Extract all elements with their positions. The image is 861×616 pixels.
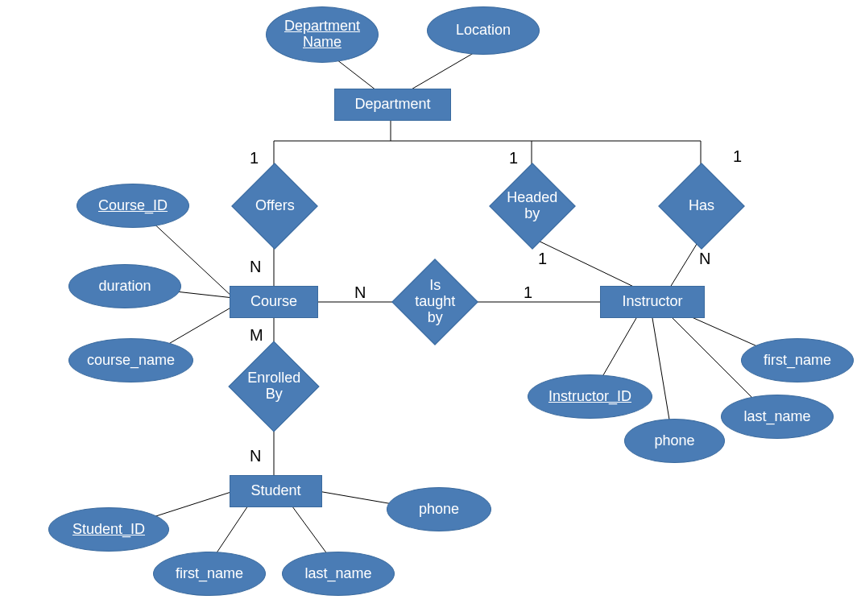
label: Course xyxy=(250,294,297,310)
attr-student-id: Student_ID xyxy=(48,507,169,552)
card-offers-bottom: N xyxy=(250,258,261,276)
label: duration xyxy=(98,279,151,295)
label: first_name xyxy=(176,566,243,582)
entity-student: Student xyxy=(230,475,322,507)
label: Student_ID xyxy=(72,522,145,538)
attr-student-first-name: first_name xyxy=(153,552,266,596)
label: phone xyxy=(419,502,459,518)
rel-is-taught-by: Is taught by xyxy=(391,258,478,345)
label: Student xyxy=(250,483,300,499)
attr-student-last-name: last_name xyxy=(282,552,395,596)
rel-has: Has xyxy=(658,163,744,249)
label: Department xyxy=(354,97,430,113)
label: Enrolled By xyxy=(247,370,300,403)
attr-instructor-last-name: last_name xyxy=(721,395,834,439)
card-headed-top: 1 xyxy=(509,149,518,167)
label: Location xyxy=(456,23,511,39)
card-has-top: 1 xyxy=(733,147,742,166)
attr-instructor-first-name: first_name xyxy=(741,338,854,382)
card-enrolled-bottom: N xyxy=(250,447,261,465)
label: Is taught by xyxy=(412,278,458,325)
attr-student-phone: phone xyxy=(387,487,491,531)
rel-offers: Offers xyxy=(231,163,317,249)
label: Headed by xyxy=(507,190,557,222)
entity-department: Department xyxy=(334,89,451,121)
label: Has xyxy=(689,198,714,214)
card-has-bottom: N xyxy=(699,250,710,268)
label: last_name xyxy=(743,409,810,425)
attr-department-name: Department Name xyxy=(266,6,379,63)
label: Instructor_ID xyxy=(548,389,631,405)
svg-line-13 xyxy=(532,238,640,290)
entity-instructor: Instructor xyxy=(600,286,705,318)
label: first_name xyxy=(764,353,831,369)
card-enrolled-top: M xyxy=(250,326,263,345)
label: Course_ID xyxy=(98,198,168,214)
card-headed-bottom: 1 xyxy=(538,250,547,268)
card-taught-left: N xyxy=(354,283,366,302)
label: last_name xyxy=(304,566,371,582)
card-taught-right: 1 xyxy=(524,283,532,302)
attr-instructor-phone: phone xyxy=(624,419,725,463)
rel-enrolled-by: Enrolled By xyxy=(228,341,319,432)
attr-duration: duration xyxy=(68,264,181,308)
rel-headed-by: Headed by xyxy=(489,163,575,249)
attr-course-name: course_name xyxy=(68,338,193,382)
label: phone xyxy=(654,433,694,449)
entity-course: Course xyxy=(230,286,318,318)
attr-instructor-id: Instructor_ID xyxy=(528,374,652,419)
label: Offers xyxy=(255,198,295,214)
label: Department Name xyxy=(273,19,371,51)
attr-course-id: Course_ID xyxy=(77,184,189,228)
svg-line-14 xyxy=(669,238,701,290)
attr-location: Location xyxy=(427,6,540,55)
label: course_name xyxy=(87,353,175,369)
card-offers-top: 1 xyxy=(250,149,259,167)
label: Instructor xyxy=(622,294,682,310)
